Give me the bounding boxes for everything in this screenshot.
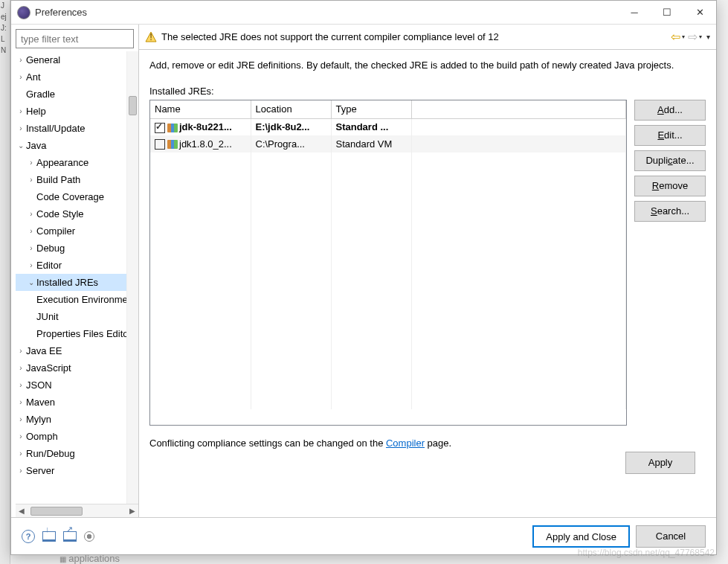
content-area: ›General›AntGradle›Help›Install/Update⌄J… (11, 25, 716, 517)
tree-item-maven[interactable]: ›Maven (16, 394, 138, 411)
col-spacer (411, 100, 626, 118)
tree-item-label: Installed JREs (36, 277, 98, 288)
tree-item-server[interactable]: ›Server (16, 462, 138, 479)
bottom-bar: ? Apply and Close Cancel (11, 517, 716, 554)
tree-item-code-style[interactable]: ›Code Style (16, 205, 138, 222)
twisty-icon: › (16, 124, 26, 132)
twisty-icon: › (16, 449, 26, 458)
jre-table[interactable]: Name Location Type jdk-8u221...E:\jdk-8u… (149, 100, 627, 426)
tree-item-code-coverage[interactable]: Code Coverage (16, 188, 138, 205)
back-button[interactable]: ⇦▾ (671, 30, 685, 44)
add-button[interactable]: Add... (634, 100, 706, 121)
tree-item-install-update[interactable]: ›Install/Update (16, 120, 138, 137)
left-panel: ›General›AntGradle›Help›Install/Update⌄J… (11, 25, 139, 517)
minimize-button[interactable]: ─ (618, 1, 651, 24)
export-icon[interactable] (63, 531, 77, 542)
twisty-icon: › (16, 56, 26, 64)
tree-item-label: Mylyn (26, 414, 51, 425)
import-icon[interactable] (42, 531, 56, 542)
warning-text: The selected JRE does not support the cu… (161, 31, 671, 42)
background-footer-text: ▦ applications (59, 553, 120, 564)
tree-item-run-debug[interactable]: ›Run/Debug (16, 445, 138, 462)
jre-checkbox[interactable] (155, 123, 165, 133)
tree-item-appearance[interactable]: ›Appearance (16, 154, 138, 171)
tree-item-label: Gradle (26, 89, 55, 100)
col-name[interactable]: Name (150, 100, 251, 118)
description-text: Add, remove or edit JRE definitions. By … (149, 59, 706, 72)
maximize-button[interactable]: ☐ (651, 1, 683, 24)
nav-arrows: ⇦▾ ⇨▾ ▾ (671, 30, 710, 44)
right-panel: ! The selected JRE does not support the … (139, 25, 716, 517)
warning-icon: ! (145, 31, 157, 43)
apply-button[interactable]: Apply (625, 452, 695, 474)
tree-item-label: Debug (36, 243, 65, 254)
tree-item-label: Maven (26, 397, 55, 408)
record-icon[interactable] (84, 531, 94, 542)
tree-item-gradle[interactable]: Gradle (16, 86, 138, 103)
view-menu-button[interactable]: ▾ (706, 33, 710, 41)
tree-item-properties-files-editor[interactable]: Properties Files Editor (16, 325, 138, 342)
tree-item-compiler[interactable]: ›Compiler (16, 222, 138, 240)
tree-item-label: Install/Update (26, 123, 86, 134)
svg-text:!: ! (149, 31, 152, 42)
col-type[interactable]: Type (331, 100, 411, 118)
tree-item-javascript[interactable]: ›JavaScript (16, 359, 138, 376)
cancel-button[interactable]: Cancel (636, 525, 706, 548)
warning-bar: ! The selected JRE does not support the … (139, 25, 716, 50)
tree-item-label: Ant (26, 71, 41, 83)
filter-input[interactable] (16, 29, 134, 48)
table-row[interactable]: jdk-8u221...E:\jdk-8u2...Standard ... (150, 118, 626, 135)
tree-horizontal-scrollbar[interactable]: ◀▶ (16, 504, 138, 517)
tree-item-execution-environments[interactable]: Execution Environments (16, 291, 138, 308)
tree-item-java[interactable]: ⌄Java (16, 137, 138, 154)
twisty-icon: ⌄ (16, 141, 26, 150)
tree-item-general[interactable]: ›General (16, 51, 138, 68)
tree-item-label: Java EE (26, 345, 62, 356)
close-button[interactable]: ✕ (683, 1, 716, 24)
tree-item-label: Oomph (26, 431, 58, 442)
tree-item-installed-jres[interactable]: ⌄Installed JREs (16, 274, 138, 291)
tree-item-java-ee[interactable]: ›Java EE (16, 342, 138, 359)
twisty-icon: › (16, 347, 26, 355)
twisty-icon: ⌄ (26, 278, 36, 286)
tree-item-mylyn[interactable]: ›Mylyn (16, 411, 138, 428)
forward-button[interactable]: ⇨▾ (688, 30, 702, 44)
tree-item-help[interactable]: ›Help (16, 103, 138, 120)
tree-item-build-path[interactable]: ›Build Path (16, 171, 138, 188)
remove-button[interactable]: Remove (634, 176, 706, 196)
tree-item-label: Build Path (36, 174, 80, 185)
apply-and-close-button[interactable]: Apply and Close (532, 525, 630, 548)
edit-button[interactable]: Edit... (634, 125, 706, 146)
tree-item-label: Compiler (36, 225, 75, 237)
tree-item-label: Help (26, 106, 46, 117)
search-button[interactable]: Search... (634, 201, 706, 222)
tree-item-label: Editor (36, 260, 62, 271)
twisty-icon: › (16, 364, 26, 372)
help-icon[interactable]: ? (22, 530, 35, 543)
tree-item-label: Properties Files Editor (36, 328, 132, 339)
tree-item-label: Run/Debug (26, 448, 75, 459)
tree-item-label: Server (26, 465, 54, 476)
twisty-icon: › (26, 176, 36, 184)
tree-item-junit[interactable]: JUnit (16, 308, 138, 325)
tree-item-label: Java (26, 140, 46, 151)
twisty-icon: › (16, 398, 26, 406)
window-title: Preferences (35, 7, 618, 18)
tree-item-oomph[interactable]: ›Oomph (16, 428, 138, 445)
tree-item-editor[interactable]: ›Editor (16, 257, 138, 274)
preferences-tree[interactable]: ›General›AntGradle›Help›Install/Update⌄J… (16, 51, 138, 504)
duplicate-button[interactable]: Duplicate... (634, 150, 706, 171)
tree-item-ant[interactable]: ›Ant (16, 68, 138, 86)
jre-lib-icon (167, 140, 178, 149)
jre-checkbox[interactable] (155, 139, 165, 150)
tree-item-json[interactable]: ›JSON (16, 376, 138, 394)
compiler-link[interactable]: Compiler (386, 438, 425, 449)
tree-vertical-scrollbar[interactable] (126, 51, 138, 504)
table-row[interactable]: jdk1.8.0_2...C:\Progra...Standard VM (150, 135, 626, 153)
col-location[interactable]: Location (251, 100, 331, 118)
tree-item-label: Code Coverage (36, 191, 104, 202)
twisty-icon: › (16, 432, 26, 440)
twisty-icon: › (16, 107, 26, 115)
tree-item-debug[interactable]: ›Debug (16, 240, 138, 257)
twisty-icon: › (26, 244, 36, 252)
